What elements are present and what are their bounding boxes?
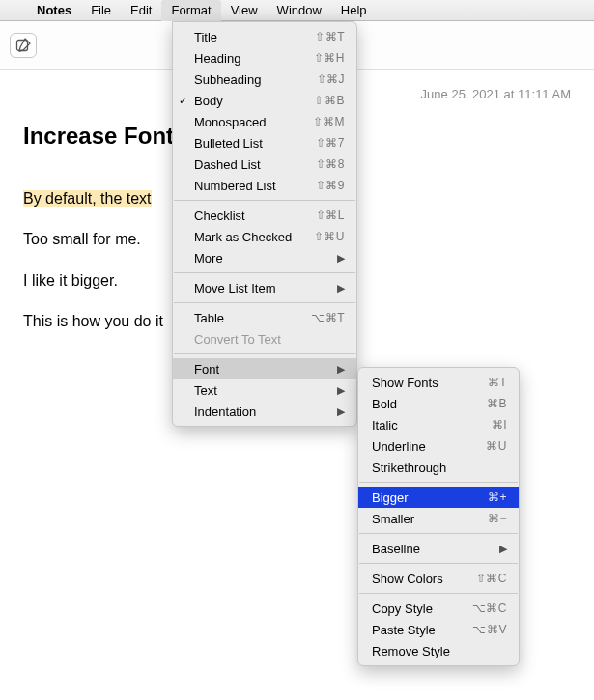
font-baseline[interactable]: Baseline▶ [358,538,519,559]
format-text[interactable]: Text▶ [173,379,356,401]
format-title[interactable]: Title⇧⌘T [173,26,356,47]
menu-help[interactable]: Help [331,0,377,21]
format-font[interactable]: Font▶ [173,358,356,379]
chevron-right-icon: ▶ [337,384,345,397]
format-body[interactable]: ✓Body⇧⌘B [173,90,356,111]
font-show-colors[interactable]: Show Colors⇧⌘C [358,568,519,589]
font-strikethrough[interactable]: Strikethrough [358,457,519,478]
menu-view[interactable]: View [221,0,268,21]
menu-edit[interactable]: Edit [121,0,161,21]
format-monospaced[interactable]: Monospaced⇧⌘M [173,111,356,132]
svg-rect-0 [17,40,28,50]
format-menu: Title⇧⌘T Heading⇧⌘H Subheading⇧⌘J ✓Body⇧… [172,21,357,427]
format-move-list-item[interactable]: Move List Item▶ [173,277,356,298]
font-italic[interactable]: Italic⌘I [358,414,519,435]
format-bulleted-list[interactable]: Bulleted List⇧⌘7 [173,132,356,154]
app-menu-notes[interactable]: Notes [27,0,81,21]
compose-button[interactable] [10,33,37,58]
menu-separator [359,533,518,534]
format-numbered-list[interactable]: Numbered List⇧⌘9 [173,175,356,196]
menubar: Notes File Edit Format View Window Help [0,0,594,21]
format-indentation[interactable]: Indentation▶ [173,401,356,422]
format-heading[interactable]: Heading⇧⌘H [173,47,356,69]
format-more[interactable]: More▶ [173,247,356,268]
chevron-right-icon: ▶ [337,252,345,265]
font-submenu: Show Fonts⌘T Bold⌘B Italic⌘I Underline⌘U… [357,367,520,666]
font-bigger[interactable]: Bigger⌘+ [358,487,519,508]
format-mark-checked[interactable]: Mark as Checked⇧⌘U [173,226,356,247]
chevron-right-icon: ▶ [337,406,345,418]
font-smaller[interactable]: Smaller⌘− [358,508,519,529]
menu-separator [174,353,355,354]
format-checklist[interactable]: Checklist⇧⌘L [173,205,356,226]
format-subheading[interactable]: Subheading⇧⌘J [173,69,356,90]
font-paste-style[interactable]: Paste Style⌥⌘V [358,619,519,640]
menu-separator [359,593,518,594]
font-show-fonts[interactable]: Show Fonts⌘T [358,372,519,393]
menu-file[interactable]: File [81,0,121,21]
chevron-right-icon: ▶ [499,543,507,555]
format-convert-to-text: Convert To Text [173,328,356,350]
chevron-right-icon: ▶ [337,282,345,294]
menu-separator [359,563,518,564]
menu-separator [174,200,355,201]
font-remove-style[interactable]: Remove Style [358,640,519,661]
menu-format[interactable]: Format [161,0,220,21]
menu-window[interactable]: Window [268,0,331,21]
format-table[interactable]: Table⌥⌘T [173,307,356,328]
font-bold[interactable]: Bold⌘B [358,393,519,414]
menu-separator [174,272,355,273]
menu-separator [174,302,355,303]
font-copy-style[interactable]: Copy Style⌥⌘C [358,598,519,619]
format-dashed-list[interactable]: Dashed List⇧⌘8 [173,154,356,175]
check-icon: ✓ [179,95,187,107]
menu-separator [359,482,518,483]
compose-icon [15,38,31,53]
font-underline[interactable]: Underline⌘U [358,435,519,457]
chevron-right-icon: ▶ [337,363,345,376]
